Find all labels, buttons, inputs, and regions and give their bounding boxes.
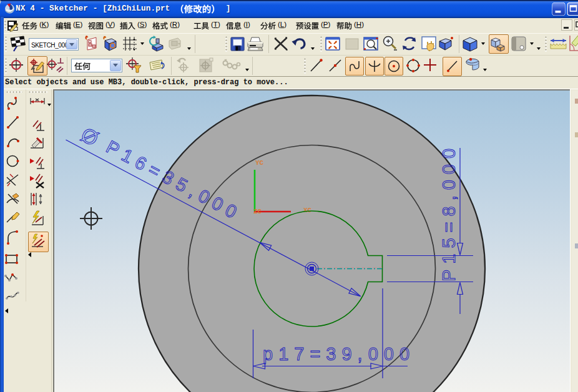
svg-text:XC: XC [303, 207, 312, 214]
svg-text:YC: YC [255, 159, 264, 167]
svg-text:p17=39,000: p17=39,000 [263, 344, 415, 364]
svg-text:P15=8,000: P15=8,000 [439, 143, 459, 282]
svg-text:ZC: ZC [253, 208, 262, 215]
